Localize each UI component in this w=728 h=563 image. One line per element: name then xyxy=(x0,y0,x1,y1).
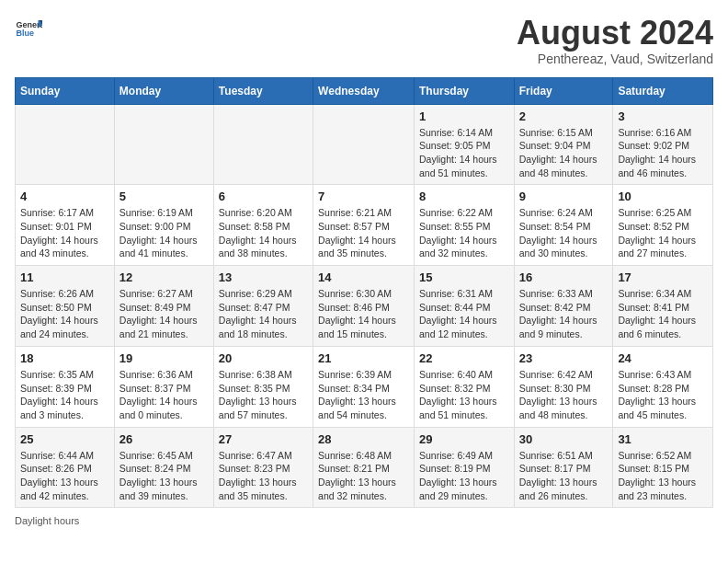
day-info: Sunrise: 6:42 AMSunset: 8:30 PMDaylight:… xyxy=(519,368,609,422)
page-header: General Blue August 2024 Penthereaz, Vau… xyxy=(15,15,713,66)
day-number: 20 xyxy=(219,351,308,365)
day-number: 10 xyxy=(618,190,708,203)
calendar-cell: 2Sunrise: 6:15 AMSunset: 9:04 PMDaylight… xyxy=(514,104,613,185)
calendar-cell xyxy=(213,104,313,185)
day-info: Sunrise: 6:51 AMSunset: 8:17 PMDaylight:… xyxy=(519,449,609,503)
calendar-cell: 15Sunrise: 6:31 AMSunset: 8:44 PMDayligh… xyxy=(414,266,514,347)
day-info: Sunrise: 6:48 AMSunset: 8:21 PMDaylight:… xyxy=(318,449,409,503)
logo: General Blue xyxy=(15,15,42,42)
day-info: Sunrise: 6:34 AMSunset: 8:41 PMDaylight:… xyxy=(618,287,708,341)
day-info: Sunrise: 6:45 AMSunset: 8:24 PMDaylight:… xyxy=(119,449,209,503)
day-number: 26 xyxy=(119,432,209,446)
calendar-cell: 1Sunrise: 6:14 AMSunset: 9:05 PMDaylight… xyxy=(414,104,514,185)
col-header-sunday: Sunday xyxy=(16,77,115,104)
day-number: 5 xyxy=(119,190,209,203)
day-info: Sunrise: 6:44 AMSunset: 8:26 PMDaylight:… xyxy=(20,449,109,503)
calendar-cell: 12Sunrise: 6:27 AMSunset: 8:49 PMDayligh… xyxy=(114,266,213,347)
day-info: Sunrise: 6:29 AMSunset: 8:47 PMDaylight:… xyxy=(219,287,308,341)
svg-text:Blue: Blue xyxy=(17,29,35,38)
day-info: Sunrise: 6:43 AMSunset: 8:28 PMDaylight:… xyxy=(618,368,708,422)
calendar-cell: 8Sunrise: 6:22 AMSunset: 8:55 PMDaylight… xyxy=(414,185,514,266)
day-info: Sunrise: 6:19 AMSunset: 9:00 PMDaylight:… xyxy=(119,206,209,260)
col-header-monday: Monday xyxy=(114,77,213,104)
calendar-cell: 10Sunrise: 6:25 AMSunset: 8:52 PMDayligh… xyxy=(613,185,713,266)
day-number: 31 xyxy=(618,432,708,446)
day-number: 12 xyxy=(119,270,209,284)
day-info: Sunrise: 6:33 AMSunset: 8:42 PMDaylight:… xyxy=(519,287,609,341)
day-number: 14 xyxy=(318,270,409,284)
day-number: 24 xyxy=(618,351,708,365)
day-info: Sunrise: 6:49 AMSunset: 8:19 PMDaylight:… xyxy=(419,449,509,503)
col-header-tuesday: Tuesday xyxy=(213,77,313,104)
day-info: Sunrise: 6:20 AMSunset: 8:58 PMDaylight:… xyxy=(219,206,308,260)
title-block: August 2024 Penthereaz, Vaud, Switzerlan… xyxy=(517,15,713,66)
calendar-table: SundayMondayTuesdayWednesdayThursdayFrid… xyxy=(15,77,713,509)
day-number: 11 xyxy=(20,270,109,284)
day-info: Sunrise: 6:16 AMSunset: 9:02 PMDaylight:… xyxy=(618,126,708,180)
day-info: Sunrise: 6:40 AMSunset: 8:32 PMDaylight:… xyxy=(419,368,509,422)
day-info: Sunrise: 6:35 AMSunset: 8:39 PMDaylight:… xyxy=(20,368,109,422)
calendar-cell: 14Sunrise: 6:30 AMSunset: 8:46 PMDayligh… xyxy=(313,266,415,347)
calendar-cell: 26Sunrise: 6:45 AMSunset: 8:24 PMDayligh… xyxy=(114,427,213,508)
day-number: 8 xyxy=(419,190,509,203)
calendar-cell: 29Sunrise: 6:49 AMSunset: 8:19 PMDayligh… xyxy=(414,427,514,508)
day-number: 16 xyxy=(519,270,609,284)
calendar-cell: 25Sunrise: 6:44 AMSunset: 8:26 PMDayligh… xyxy=(16,427,115,508)
day-number: 25 xyxy=(20,432,109,446)
calendar-cell: 21Sunrise: 6:39 AMSunset: 8:34 PMDayligh… xyxy=(313,346,415,427)
calendar-cell: 16Sunrise: 6:33 AMSunset: 8:42 PMDayligh… xyxy=(514,266,613,347)
calendar-cell xyxy=(114,104,213,185)
subtitle: Penthereaz, Vaud, Switzerland xyxy=(517,52,713,66)
day-info: Sunrise: 6:14 AMSunset: 9:05 PMDaylight:… xyxy=(419,126,509,180)
day-number: 1 xyxy=(419,109,509,123)
day-number: 13 xyxy=(219,270,308,284)
calendar-cell: 4Sunrise: 6:17 AMSunset: 9:01 PMDaylight… xyxy=(16,185,115,266)
calendar-cell: 6Sunrise: 6:20 AMSunset: 8:58 PMDaylight… xyxy=(213,185,313,266)
calendar-cell: 22Sunrise: 6:40 AMSunset: 8:32 PMDayligh… xyxy=(414,346,514,427)
calendar-cell: 24Sunrise: 6:43 AMSunset: 8:28 PMDayligh… xyxy=(613,346,713,427)
calendar-cell: 30Sunrise: 6:51 AMSunset: 8:17 PMDayligh… xyxy=(514,427,613,508)
day-number: 18 xyxy=(20,351,109,365)
day-info: Sunrise: 6:31 AMSunset: 8:44 PMDaylight:… xyxy=(419,287,509,341)
calendar-cell: 27Sunrise: 6:47 AMSunset: 8:23 PMDayligh… xyxy=(213,427,313,508)
col-header-wednesday: Wednesday xyxy=(313,77,415,104)
day-info: Sunrise: 6:27 AMSunset: 8:49 PMDaylight:… xyxy=(119,287,209,341)
calendar-cell: 13Sunrise: 6:29 AMSunset: 8:47 PMDayligh… xyxy=(213,266,313,347)
day-number: 29 xyxy=(419,432,509,446)
day-number: 30 xyxy=(519,432,609,446)
calendar-cell xyxy=(313,104,415,185)
day-number: 21 xyxy=(318,351,409,365)
day-number: 3 xyxy=(618,109,708,123)
logo-icon: General Blue xyxy=(15,15,42,42)
day-info: Sunrise: 6:15 AMSunset: 9:04 PMDaylight:… xyxy=(519,126,609,180)
day-info: Sunrise: 6:21 AMSunset: 8:57 PMDaylight:… xyxy=(318,206,409,260)
calendar-cell: 19Sunrise: 6:36 AMSunset: 8:37 PMDayligh… xyxy=(114,346,213,427)
day-info: Sunrise: 6:24 AMSunset: 8:54 PMDaylight:… xyxy=(519,206,609,260)
day-info: Sunrise: 6:36 AMSunset: 8:37 PMDaylight:… xyxy=(119,368,209,422)
col-header-saturday: Saturday xyxy=(613,77,713,104)
day-info: Sunrise: 6:39 AMSunset: 8:34 PMDaylight:… xyxy=(318,368,409,422)
calendar-week-row: 18Sunrise: 6:35 AMSunset: 8:39 PMDayligh… xyxy=(16,346,713,427)
calendar-cell: 9Sunrise: 6:24 AMSunset: 8:54 PMDaylight… xyxy=(514,185,613,266)
day-info: Sunrise: 6:30 AMSunset: 8:46 PMDaylight:… xyxy=(318,287,409,341)
day-info: Sunrise: 6:47 AMSunset: 8:23 PMDaylight:… xyxy=(219,449,308,503)
day-info: Sunrise: 6:22 AMSunset: 8:55 PMDaylight:… xyxy=(419,206,509,260)
day-info: Sunrise: 6:26 AMSunset: 8:50 PMDaylight:… xyxy=(20,287,109,341)
day-number: 15 xyxy=(419,270,509,284)
calendar-cell: 31Sunrise: 6:52 AMSunset: 8:15 PMDayligh… xyxy=(613,427,713,508)
day-info: Sunrise: 6:52 AMSunset: 8:15 PMDaylight:… xyxy=(618,449,708,503)
day-info: Sunrise: 6:25 AMSunset: 8:52 PMDaylight:… xyxy=(618,206,708,260)
calendar-week-row: 11Sunrise: 6:26 AMSunset: 8:50 PMDayligh… xyxy=(16,266,713,347)
calendar-cell: 7Sunrise: 6:21 AMSunset: 8:57 PMDaylight… xyxy=(313,185,415,266)
calendar-cell: 3Sunrise: 6:16 AMSunset: 9:02 PMDaylight… xyxy=(613,104,713,185)
col-header-friday: Friday xyxy=(514,77,613,104)
day-number: 7 xyxy=(318,190,409,203)
day-number: 4 xyxy=(20,190,109,203)
calendar-cell: 28Sunrise: 6:48 AMSunset: 8:21 PMDayligh… xyxy=(313,427,415,508)
day-info: Sunrise: 6:38 AMSunset: 8:35 PMDaylight:… xyxy=(219,368,308,422)
calendar-week-row: 4Sunrise: 6:17 AMSunset: 9:01 PMDaylight… xyxy=(16,185,713,266)
day-number: 19 xyxy=(119,351,209,365)
calendar-cell xyxy=(16,104,115,185)
main-title: August 2024 xyxy=(517,15,713,52)
day-number: 27 xyxy=(219,432,308,446)
